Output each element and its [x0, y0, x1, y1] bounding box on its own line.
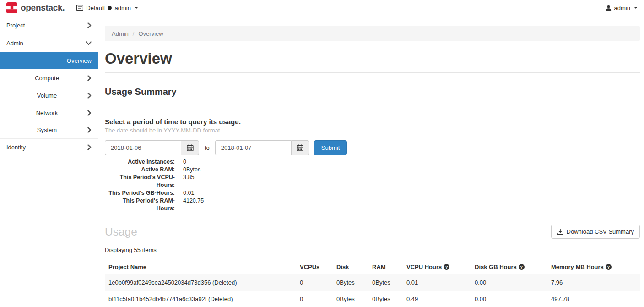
period-form-label: Select a period of time to query its usa…	[105, 118, 640, 126]
cell-memory-mb-hours: 7.96	[547, 274, 640, 291]
user-label: admin	[614, 5, 630, 11]
date-from-calendar-button[interactable]	[181, 140, 199, 155]
usage-summary-heading: Usage Summary	[105, 87, 640, 97]
caret-down-icon	[634, 7, 638, 9]
stat-vcpu-hours: This Period's VCPU-Hours: 3.85	[105, 174, 640, 189]
sidebar-item-project[interactable]: Project	[0, 17, 98, 34]
chevron-right-icon	[87, 22, 92, 28]
title-divider	[105, 72, 640, 73]
breadcrumb: Admin / Overview	[105, 26, 640, 41]
table-header-row: Project Name VCPUs Disk RAM VCPU Hours? …	[105, 260, 640, 274]
cell-disk-gb-hours: 0.00	[471, 291, 547, 307]
stat-label: This Period's RAM-Hours:	[105, 197, 175, 213]
cell-project-name: 1e0b0f99af0249cea24502034d73d356 (Delete…	[105, 274, 296, 291]
cell-memory-mb-hours: 497.78	[547, 291, 640, 307]
brand-name: openstack.	[21, 3, 65, 13]
sidebar-item-label: Overview	[67, 57, 92, 64]
usage-table: Project Name VCPUs Disk RAM VCPU Hours? …	[105, 260, 640, 307]
chevron-right-icon	[87, 144, 92, 150]
col-memory-mb-hours: Memory MB Hours?	[547, 260, 640, 274]
cell-vcpu-hours: 0.49	[403, 291, 471, 307]
date-range-form: to	[105, 140, 640, 155]
cell-project-name: bf11c5fa0f1b452db4b7741a6c33a92f (Delete…	[105, 291, 296, 307]
stat-label: This Period's GB-Hours:	[105, 189, 175, 197]
sidebar-item-label: Volume	[6, 92, 87, 99]
chevron-right-icon	[87, 75, 92, 81]
cell-disk-gb-hours: 0.00	[471, 274, 547, 291]
sidebar-item-overview[interactable]: Overview	[0, 52, 98, 69]
page-title: Overview	[105, 50, 640, 66]
usage-section-header: Usage Download CSV Summary	[105, 225, 640, 239]
sidebar-item-admin[interactable]: Admin	[0, 34, 98, 52]
sidebar-item-label: Project	[6, 22, 87, 29]
stat-value: 0Bytes	[183, 166, 200, 174]
table-row: 1e0b0f99af0249cea24502034d73d356 (Delete…	[105, 274, 640, 291]
breadcrumb-item-overview: Overview	[138, 30, 163, 37]
col-disk-gb-hours: Disk GB Hours?	[471, 260, 547, 274]
sidebar-item-compute[interactable]: Compute	[0, 69, 98, 87]
stat-value: 3.85	[183, 174, 194, 189]
table-row: bf11c5fa0f1b452db4b7741a6c33a92f (Delete…	[105, 291, 640, 307]
col-disk: Disk	[333, 260, 368, 274]
context-switcher[interactable]: Default admin	[76, 5, 138, 11]
col-vcpu-hours: VCPU Hours?	[403, 260, 471, 274]
download-icon	[557, 229, 563, 235]
col-project-name: Project Name	[105, 260, 296, 274]
sidebar-item-identity[interactable]: Identity	[0, 139, 98, 156]
question-circle-icon[interactable]: ?	[519, 264, 525, 270]
submit-button[interactable]: Submit	[314, 140, 347, 155]
main-content: Admin / Overview Overview Usage Summary …	[98, 16, 644, 307]
col-vcpus: VCPUs	[296, 260, 333, 274]
stat-active-instances: Active Instances: 0	[105, 158, 640, 166]
download-csv-button[interactable]: Download CSV Summary	[551, 225, 640, 239]
stat-value: 0	[183, 158, 186, 166]
date-to-calendar-button[interactable]	[291, 140, 309, 155]
stat-label: This Period's VCPU-Hours:	[105, 174, 175, 189]
question-circle-icon[interactable]: ?	[606, 264, 612, 270]
domain-label: Default	[86, 5, 105, 11]
download-csv-label: Download CSV Summary	[567, 228, 634, 235]
stat-label: Active Instances:	[105, 158, 175, 166]
chevron-right-icon	[87, 93, 92, 99]
question-circle-icon[interactable]: ?	[444, 264, 449, 270]
project-label: admin	[114, 5, 130, 11]
calendar-icon	[187, 144, 194, 151]
period-form-hint: The date should be in YYYY-MM-DD format.	[105, 127, 640, 134]
caret-down-icon	[135, 7, 138, 9]
usage-heading: Usage	[105, 225, 137, 239]
sidebar-item-label: System	[6, 126, 87, 133]
domain-icon	[76, 5, 83, 11]
cell-ram: 0Bytes	[368, 291, 403, 307]
cell-ram: 0Bytes	[368, 274, 403, 291]
cell-vcpus: 0	[296, 291, 333, 307]
sidebar-item-volume[interactable]: Volume	[0, 87, 98, 104]
chevron-down-icon	[86, 41, 92, 45]
date-to-group	[215, 140, 309, 155]
chevron-right-icon	[87, 110, 92, 116]
to-label: to	[205, 144, 210, 151]
sidebar-item-system[interactable]: System	[0, 121, 98, 139]
stat-value: 0.01	[183, 189, 194, 197]
user-menu[interactable]: admin	[606, 5, 638, 11]
date-to-input[interactable]	[215, 140, 291, 155]
usage-stats: Active Instances: 0 Active RAM: 0Bytes T…	[105, 158, 640, 213]
sidebar-item-label: Network	[6, 110, 87, 116]
breadcrumb-separator: /	[133, 30, 135, 37]
items-count: Displaying 55 items	[105, 247, 640, 254]
stat-label: Active RAM:	[105, 166, 175, 174]
sidebar-item-label: Compute	[6, 75, 87, 82]
sidebar-item-label: Admin	[6, 40, 86, 47]
sidebar-item-label: Identity	[6, 144, 87, 151]
cell-disk: 0Bytes	[333, 274, 368, 291]
cell-disk: 0Bytes	[333, 291, 368, 307]
stat-active-ram: Active RAM: 0Bytes	[105, 166, 640, 174]
date-from-input[interactable]	[105, 140, 181, 155]
col-ram: RAM	[368, 260, 403, 274]
calendar-icon	[297, 144, 303, 151]
brand[interactable]: openstack.	[6, 2, 65, 13]
breadcrumb-item-admin: Admin	[112, 30, 129, 37]
stat-ram-hours: This Period's RAM-Hours: 4120.75	[105, 197, 640, 213]
stat-gb-hours: This Period's GB-Hours: 0.01	[105, 189, 640, 197]
sidebar-item-network[interactable]: Network	[0, 104, 98, 121]
sidebar: Project Admin Overview Compute Volume	[0, 16, 98, 307]
